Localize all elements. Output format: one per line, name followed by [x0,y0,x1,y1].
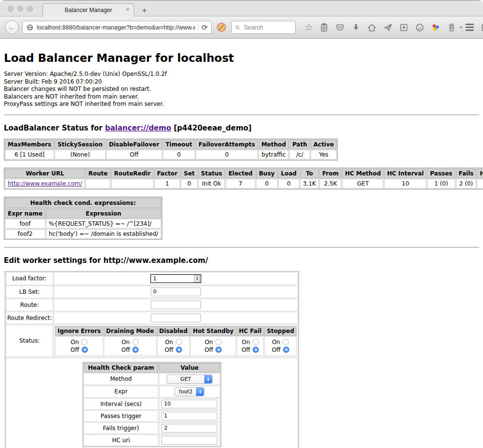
server-built-line: Server Built: Feb 9 2016 07:00:20 [4,78,479,86]
back-arrow-icon: ← [8,23,15,31]
balancer-header-row: MaxMembers StickySession DisableFailover… [5,140,337,149]
hc-passes-label: Passes trigger [84,410,158,422]
hc-uri-label: HC uri [84,434,158,446]
search-icon [235,24,241,31]
battery-icon[interactable] [447,23,456,32]
balancer-data-row: 6 [1 Used] (None) Off 0 0 bytraffic /c/ … [5,150,337,159]
window-controls[interactable] [8,6,33,12]
browser-tab[interactable]: Balancer Manager × [43,3,134,16]
page-content: Load Balancer Manager for localhost Serv… [0,39,483,448]
balancer-link[interactable]: balancer://demo [105,124,171,132]
url-text: localhost:8880/balancer-manager?b=demo&w… [37,24,195,31]
worker-header-row: Worker URL Route RouteRedir Factor Set S… [5,169,483,178]
new-tab-button[interactable]: + [142,6,147,14]
route-redirect-label: Route Redirect: [6,312,53,324]
server-version-line: Server Version: Apache/2.5.0-dev (Unix) … [4,71,479,78]
status-label: Status: [6,325,53,357]
radio-stopped-on[interactable] [283,339,289,345]
keyboard-grid-icon[interactable] [481,23,483,32]
balancers-note-line: Balancers are NOT inherited from main se… [4,93,479,101]
home-icon[interactable] [367,23,377,32]
persist-note-line: Balancer changes will NOT be persisted o… [4,86,479,93]
divider [4,115,479,116]
reload-button[interactable]: ⟳ [201,24,208,31]
content-blocked-icon[interactable] [217,23,226,32]
route-redirect-input[interactable] [151,314,201,322]
tab-bar: Balancer Manager × + [0,0,483,16]
server-info: Server Version: Apache/2.5.0-dev (Unix) … [4,71,479,108]
hc-passes-input[interactable] [161,412,217,420]
radio-disabled-on[interactable] [176,339,182,345]
hc-interval-input[interactable] [161,400,217,408]
select-stepper-icon: ▲▼ [196,388,204,396]
downloads-icon[interactable] [351,23,361,32]
radio-hot-standby-off[interactable] [215,347,222,353]
radio-hc-fail-off[interactable] [253,347,259,353]
navigation-toolbar: ← localhost:8880/balancer-manager?b=demo… [0,16,483,39]
balancer-status-heading: LoadBalancer Status for balancer://demo … [4,124,479,132]
worker-url-link[interactable]: http://www.example.com/ [8,180,82,187]
browser-window: Balancer Manager × + ← localhost:8880/ba… [0,0,483,448]
radio-disabled-off[interactable] [176,347,182,353]
overflow-caret-icon[interactable]: ▾ [460,25,462,30]
number-spinner-icon[interactable]: ▲▼ [194,275,200,282]
radio-stopped-off[interactable] [283,347,289,353]
pocket-icon[interactable] [335,23,345,32]
feedback-smiley-icon[interactable] [415,23,425,32]
globe-icon [26,24,34,31]
hc-expr-row: foof2 hc('body') =~ /domain is establish… [5,229,161,239]
search-input[interactable] [243,24,292,31]
hc-fails-label: Fails trigger) [84,422,158,434]
route-label: Route: [6,299,53,311]
radio-hc-fail-on[interactable] [253,339,259,345]
menu-icon[interactable] [466,24,474,31]
toolbar-buttons: ☆ [305,23,462,32]
save-panel-icon[interactable] [399,23,409,32]
send-icon[interactable] [383,23,393,32]
worker-table: Worker URL Route RouteRedir Factor Set S… [4,168,483,189]
close-window-button[interactable] [8,6,14,12]
worker-data-row: http://www.example.com/ 1 0 Init Ok 7 0 … [5,179,483,188]
urlbar-divider [198,23,199,31]
page-title: Load Balancer Manager for localhost [4,52,479,64]
hc-interval-label: Interval (secs) [84,398,158,410]
edit-worker-form: Load factor: 1 ▲▼ LB Set: Route: [5,271,299,448]
menu-group [466,23,483,32]
select-stepper-icon: ▲▼ [204,375,212,383]
url-bar[interactable]: localhost:8880/balancer-manager?b=demo&w… [22,21,212,34]
balancer-status-table: MaxMembers StickySession DisableFailover… [4,139,338,160]
load-factor-input[interactable]: 1 ▲▼ [150,274,201,283]
bookmark-star-icon[interactable]: ☆ [305,23,313,32]
radio-hot-standby-on[interactable] [215,339,222,345]
hc-expressions-table: Health check cond. expressions: Expr nam… [4,197,162,240]
clipboard-icon[interactable] [319,23,329,32]
hc-expr-row: foof %{REQUEST_STATUS} =~ /^[234]/ [5,219,161,229]
hc-fails-input[interactable] [161,424,217,433]
tab-close-icon[interactable]: × [126,6,129,13]
divider [4,247,479,248]
edit-worker-heading: Edit worker settings for http://www.exam… [4,256,479,265]
hc-expr-select[interactable]: foof2 ▲▼ [174,387,204,396]
radio-ignore-errors-off[interactable] [82,347,88,353]
hc-expr-title: Health check cond. expressions: [5,198,161,208]
lb-set-label: LB Set: [6,286,53,298]
radio-draining-mode-off[interactable] [132,347,139,353]
hc-expr-label: Expr [84,386,158,398]
radio-ignore-errors-on[interactable] [81,339,87,345]
hc-uri-input[interactable] [161,436,217,445]
proxypass-note-line: ProxyPass settings are NOT inherited fro… [4,101,479,108]
colored-dots-icon[interactable] [431,23,440,32]
route-input[interactable] [151,301,201,309]
radio-draining-mode-on[interactable] [132,339,139,345]
back-button[interactable]: ← [5,20,19,34]
lb-set-input[interactable] [151,288,201,296]
zoom-window-button[interactable] [27,6,33,12]
tab-title: Balancer Manager [65,7,112,14]
search-bar[interactable] [231,21,296,34]
health-check-param-table: Health Check param Value Method GET ▲▼ [83,362,221,447]
hc-method-select[interactable]: GET ▲▼ [167,375,213,384]
status-table: Ignore Errors Draining Mode Disabled Hot… [55,326,297,356]
load-factor-label: Load factor: [6,272,53,285]
hc-method-label: Method [84,373,158,385]
minimize-window-button[interactable] [17,6,23,12]
